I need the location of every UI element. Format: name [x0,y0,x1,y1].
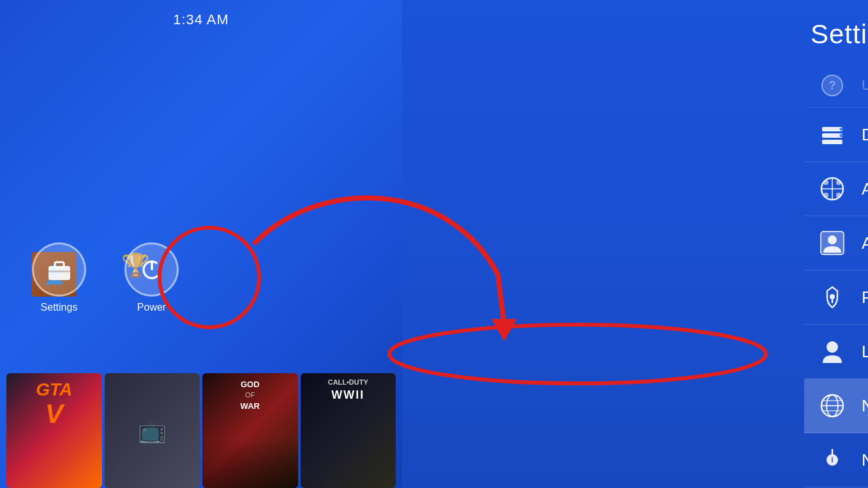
users-guide-icon: ? [817,70,848,101]
svg-point-20 [828,235,837,244]
menu-item-parental-controls[interactable]: Parental Controls/Family Management [804,270,868,325]
network-svg [819,393,845,418]
gow-thumbnail[interactable]: GOD OF WAR [202,373,298,488]
svg-rect-1 [55,262,64,267]
data-handling-label: Data Handling/Health & Safety [862,125,868,145]
svg-text:?: ? [829,79,836,92]
svg-point-15 [823,180,828,185]
svg-point-11 [840,134,843,137]
settings-menu: ? User's Guide/Helpfulness Info Data Han… [804,64,868,488]
svg-point-17 [823,193,828,198]
settings-label: Settings [41,302,78,313]
menu-item-accessibility[interactable]: Accessibility [804,162,868,216]
svg-rect-2 [49,270,70,272]
notifications-svg: i [819,447,845,473]
svg-rect-9 [822,140,842,144]
briefcase-icon [46,258,73,281]
account-management-icon [817,228,848,258]
users-guide-label: User's Guide/Helpfulness Info [862,77,868,94]
parental-controls-icon [817,282,848,313]
data-handling-icon [817,119,848,150]
svg-rect-7 [822,127,842,131]
accessibility-label: Accessibility [862,179,868,199]
menu-item-account-management[interactable]: Account Management [804,216,868,270]
game-thumbnails-row: GTA V 📺 GOD OF WAR CALL•DUTY WWII [0,373,402,488]
left-panel: 1:34 AM 👤 🏆 Settings Pow [0,0,402,488]
power-label: Power [137,302,166,313]
gta-thumbnail[interactable]: GTA V [6,373,102,488]
svg-point-16 [836,180,841,185]
cod-thumbnail[interactable]: CALL•DUTY WWII [301,373,396,488]
svg-point-18 [836,193,841,198]
account-management-svg [819,230,845,256]
login-settings-icon [817,336,848,367]
settings-home-icon[interactable]: Settings [32,242,86,313]
power-icon-circle[interactable] [124,242,179,297]
network-icon [817,390,848,421]
users-guide-svg: ? [819,73,845,98]
svg-text:i: i [831,455,833,464]
menu-item-notifications[interactable]: i Notifications [804,433,868,487]
login-settings-label: Login Settings [862,342,868,362]
parental-controls-label: Parental Controls/Family Management [862,288,868,307]
settings-icon-circle[interactable] [32,242,86,297]
svg-point-23 [827,341,838,353]
svg-point-10 [840,128,843,131]
menu-item-data-handling[interactable]: Data Handling/Health & Safety [804,108,868,162]
accessibility-icon [817,174,848,204]
tv-thumbnail[interactable]: 📺 [105,373,200,488]
right-panel: Settings ? User's Guide/Helpfulness Info [402,0,868,488]
notifications-icon: i [817,445,848,475]
svg-rect-8 [822,133,842,138]
accessibility-svg [819,176,845,202]
menu-item-users-guide[interactable]: ? User's Guide/Helpfulness Info [804,64,868,108]
settings-title: Settings [811,19,868,50]
parental-controls-svg [819,285,845,310]
time-display: 1:34 AM [173,11,229,28]
notifications-label: Notifications [862,450,868,470]
data-handling-svg [819,122,845,147]
login-settings-svg [819,339,845,364]
network-label: Network [862,396,868,416]
menu-item-network[interactable]: Network [804,379,868,433]
account-management-label: Account Management [862,233,868,253]
power-home-icon[interactable]: Power [124,242,179,313]
menu-item-login-settings[interactable]: Login Settings [804,325,868,379]
home-icons-row: Settings Power [32,242,179,313]
power-icon [138,256,165,283]
